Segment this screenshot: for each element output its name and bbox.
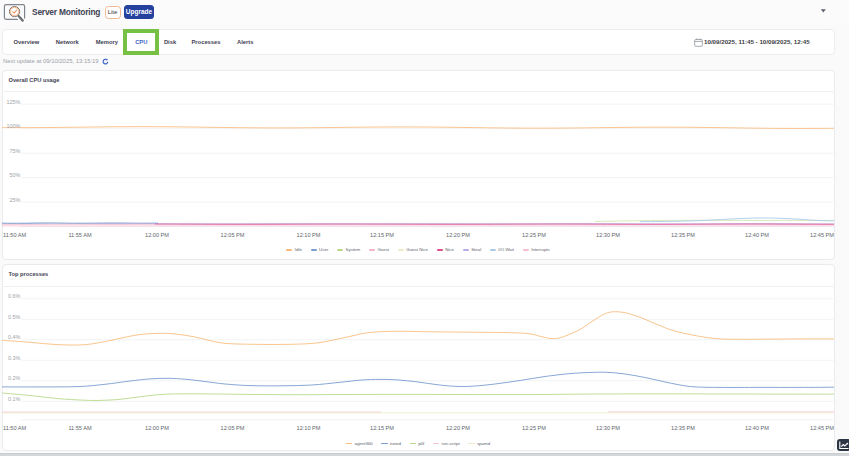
svg-text:25%: 25% [9,197,20,203]
svg-text:12:05 PM: 12:05 PM [221,232,245,238]
svg-text:0.2%: 0.2% [8,375,20,381]
svg-text:11:55 AM: 11:55 AM [68,232,92,238]
svg-text:75%: 75% [9,148,20,154]
svg-text:100%: 100% [6,123,20,129]
svg-text:12:00 PM: 12:00 PM [145,232,169,238]
svg-text:12:30 PM: 12:30 PM [596,232,620,238]
svg-text:125%: 125% [6,99,20,105]
svg-text:12:20 PM: 12:20 PM [446,232,470,238]
svg-text:12:45 PM: 12:45 PM [810,232,834,238]
svg-text:12:20 PM: 12:20 PM [446,425,470,431]
svg-text:11:50 AM: 11:50 AM [3,232,27,238]
svg-text:12:35 PM: 12:35 PM [671,232,695,238]
svg-text:11:55 AM: 11:55 AM [68,425,92,431]
svg-text:12:25 PM: 12:25 PM [522,425,546,431]
svg-text:11:50 AM: 11:50 AM [3,425,27,431]
svg-text:12:30 PM: 12:30 PM [596,425,620,431]
svg-text:0.4%: 0.4% [8,334,20,340]
svg-text:0.3%: 0.3% [8,355,20,361]
svg-text:12:10 PM: 12:10 PM [297,232,321,238]
svg-text:50%: 50% [9,172,20,178]
svg-text:12:05 PM: 12:05 PM [221,425,245,431]
svg-text:0.6%: 0.6% [8,293,20,299]
svg-text:12:35 PM: 12:35 PM [671,425,695,431]
svg-text:12:25 PM: 12:25 PM [522,232,546,238]
svg-text:12:00 PM: 12:00 PM [145,425,169,431]
svg-text:0.1%: 0.1% [8,396,20,402]
svg-text:12:45 PM: 12:45 PM [810,425,834,431]
svg-text:12:10 PM: 12:10 PM [297,425,321,431]
svg-text:12:15 PM: 12:15 PM [370,232,394,238]
svg-text:12:40 PM: 12:40 PM [745,425,769,431]
svg-text:12:15 PM: 12:15 PM [370,425,394,431]
svg-text:0.5%: 0.5% [8,314,20,320]
svg-text:12:40 PM: 12:40 PM [745,232,769,238]
